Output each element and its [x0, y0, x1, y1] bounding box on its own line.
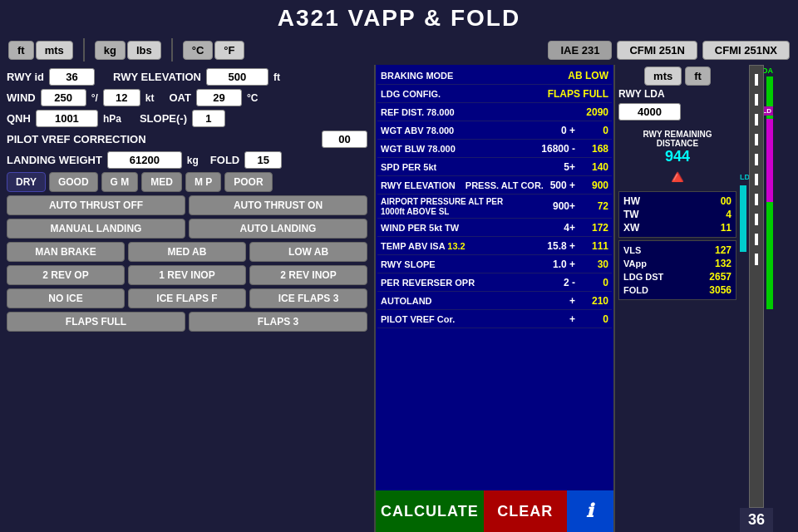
rev-inop-btn[interactable]: 1 REV INOP — [128, 265, 246, 285]
rwy-slope-label: RWY SLOPE — [381, 259, 553, 269]
rwy-id-input[interactable] — [49, 68, 95, 86]
rwy-slope-row: RWY SLOPE 1.0 + 30 — [377, 255, 612, 273]
wind-row: WIND °/ kt OAT °C — [7, 89, 367, 106]
landing-weight-label: LANDING WEIGHT — [7, 154, 102, 166]
wind-dir-unit: °/ — [91, 92, 98, 104]
unit-celsius-btn[interactable]: °C — [183, 41, 214, 60]
qnh-unit: hPa — [103, 113, 121, 125]
condition-gm-btn[interactable]: G M — [101, 172, 139, 192]
rwy-elev-label: RWY ELEVATION — [381, 180, 466, 190]
vapp-value: 132 — [715, 258, 732, 269]
spd-per-value: 140 — [575, 161, 608, 173]
runway-dash — [755, 254, 758, 265]
slope-input[interactable] — [192, 110, 225, 127]
tw-value: 4 — [726, 209, 732, 220]
condition-dry-btn[interactable]: DRY — [7, 172, 46, 192]
rwy-elev-adj: 500 + — [550, 180, 575, 191]
engine-cfmi2-btn[interactable]: CFMI 251NX — [702, 41, 790, 60]
center-panel: BRAKING MODE AB LOW LDG CONFIG. FLAPS FU… — [374, 65, 615, 532]
rwy-lda-input[interactable] — [618, 103, 681, 121]
unit-mts-btn[interactable]: mts — [36, 41, 73, 60]
vls-row: VLS 127 — [622, 244, 733, 257]
press-alt-value: 900 — [575, 180, 608, 191]
calculate-button[interactable]: CALCULATE — [376, 490, 484, 532]
per-rev-adj: 2 - — [564, 277, 575, 288]
low-ab-btn[interactable]: LOW AB — [249, 242, 367, 262]
condition-good-btn[interactable]: GOOD — [49, 172, 98, 192]
ldg-config-row: LDG CONFIG. FLAPS FULL — [377, 85, 612, 103]
condition-mp-btn[interactable]: M P — [185, 172, 221, 192]
rwy-lda-label: RWY LDA — [618, 88, 736, 100]
rev-inop2-btn[interactable]: 2 REV INOP — [249, 265, 367, 285]
fold-input[interactable] — [244, 151, 282, 169]
oat-input[interactable] — [196, 89, 242, 106]
rwy-row: RWY id RWY ELEVATION ft — [7, 68, 367, 86]
wind-label: WIND — [7, 91, 36, 104]
landing-type-row: MANUAL LANDING AUTO LANDING — [7, 219, 367, 239]
tw-row: TW 4 — [622, 208, 733, 221]
temp-unit-toggle: °C °F — [183, 41, 244, 60]
landing-weight-row: LANDING WEIGHT kg FOLD — [7, 151, 367, 169]
rwy-number: 36 — [740, 508, 773, 532]
wind-dir-input[interactable] — [41, 89, 86, 106]
auto-thrust-off-btn[interactable]: AUTO THRUST OFF — [7, 195, 185, 215]
auto-thrust-on-btn[interactable]: AUTO THRUST ON — [189, 195, 367, 215]
landing-weight-input[interactable] — [107, 151, 182, 169]
rwy-slope-value: 30 — [575, 259, 608, 270]
airport-pres-row: AIRPORT PRESSURE ALT PER 1000ft ABOVE SL… — [377, 195, 612, 219]
vapp-row: VApp 132 — [622, 257, 733, 270]
header: A321 VAPP & FOLD — [0, 0, 798, 35]
qnh-input[interactable] — [36, 110, 98, 127]
flaps-3-btn[interactable]: FLAPS 3 — [189, 312, 367, 332]
top-controls: ft mts kg lbs °C °F IAE 231 CFMI 251N CF… — [0, 35, 798, 65]
right-unit-ft-btn[interactable]: ft — [685, 66, 711, 86]
runway-condition-row: DRY GOOD G M MED M P POOR — [7, 172, 367, 192]
engine-iae-btn[interactable]: IAE 231 — [548, 41, 612, 60]
rwy-elevation-input[interactable] — [206, 68, 268, 86]
thrust-row: AUTO THRUST OFF AUTO THRUST ON — [7, 195, 367, 215]
airport-pres-adj: 900+ — [553, 200, 575, 212]
auto-landing-btn[interactable]: AUTO LANDING — [189, 219, 367, 239]
unit-ft-btn[interactable]: ft — [8, 41, 34, 60]
braking-mode-label: BRAKING MODE — [381, 71, 568, 81]
wind-speed-input[interactable] — [103, 89, 140, 106]
med-ab-btn[interactable]: MED AB — [128, 242, 246, 262]
unit-lbs-btn[interactable]: lbs — [127, 41, 161, 60]
oat-unit: °C — [247, 92, 258, 104]
engine-cfmi1-btn[interactable]: CFMI 251N — [617, 41, 697, 60]
xw-row: XW 11 — [622, 221, 733, 234]
main-container: A321 VAPP & FOLD ft mts kg lbs °C °F IAE… — [0, 0, 798, 532]
engine-selector: IAE 231 CFMI 251N CFMI 251NX — [548, 41, 790, 60]
runway-dash — [755, 94, 758, 106]
wgt-blw-value: 168 — [575, 143, 608, 155]
hw-value: 00 — [721, 195, 732, 207]
right-unit-toggle: mts ft — [618, 66, 736, 86]
distance-label: DISTANCE — [618, 139, 736, 148]
rev-op-btn[interactable]: 2 REV OP — [7, 265, 125, 285]
wgt-abv-value: 0 — [575, 125, 608, 136]
right-unit-mts-btn[interactable]: mts — [644, 66, 682, 86]
manual-landing-btn[interactable]: MANUAL LANDING — [7, 219, 185, 239]
man-brake-btn[interactable]: MAN BRAKE — [7, 242, 125, 262]
wind-per-value: 172 — [575, 222, 608, 234]
autoland-value: 210 — [575, 295, 608, 307]
condition-poor-btn[interactable]: POOR — [224, 172, 272, 192]
unit-kg-btn[interactable]: kg — [95, 41, 126, 60]
braking-mode-row: BRAKING MODE AB LOW — [377, 66, 612, 85]
ice-row: NO ICE ICE FLAPS F ICE FLAPS 3 — [7, 288, 367, 308]
condition-med-btn[interactable]: MED — [141, 172, 182, 192]
flaps-full-btn[interactable]: FLAPS FULL — [7, 312, 185, 332]
hw-table: HW 00 TW 4 XW 11 — [618, 191, 736, 238]
ice-flaps-f-btn[interactable]: ICE FLAPS F — [128, 288, 246, 308]
wgt-blw-row: WGT BLW 78.000 16800 - 168 — [377, 140, 612, 158]
pilot-vref-input[interactable] — [322, 131, 367, 148]
clear-button[interactable]: CLEAR — [484, 490, 567, 532]
info-button[interactable]: ℹ — [567, 490, 613, 532]
autoland-row: AUTOLAND + 210 — [377, 292, 612, 310]
ice-flaps-3-btn[interactable]: ICE FLAPS 3 — [249, 288, 367, 308]
per-rev-value: 0 — [575, 277, 608, 288]
unit-fahrenheit-btn[interactable]: °F — [214, 41, 244, 60]
no-ice-btn[interactable]: NO ICE — [7, 288, 125, 308]
cone-icon: 🔺 — [618, 165, 736, 189]
full-content: RWY id RWY ELEVATION ft WIND °/ kt OAT °… — [0, 65, 798, 532]
